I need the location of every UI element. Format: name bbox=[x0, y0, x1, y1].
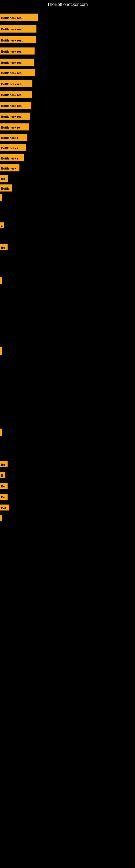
bar-item: Bot bbox=[0, 504, 9, 510]
bar-item: Bottleneck bbox=[0, 164, 19, 172]
bar-item: Bottleneck res bbox=[0, 59, 34, 66]
bar-item bbox=[0, 277, 2, 284]
bar-label: Bo bbox=[0, 461, 8, 467]
bar-item: Bo bbox=[0, 483, 8, 489]
bar-item bbox=[0, 347, 2, 355]
bar-line bbox=[0, 194, 2, 201]
bar-item bbox=[0, 429, 2, 436]
bar-item: c bbox=[0, 222, 4, 228]
bar-item: Bottleneck resu bbox=[0, 25, 37, 33]
bar-label: Bottleneck res bbox=[0, 69, 35, 76]
bar-item: Bottleneck resu bbox=[0, 13, 38, 21]
bar-item: Bottleneck res bbox=[0, 102, 31, 109]
bar-line bbox=[0, 347, 2, 355]
bar-item: Bottleneck res bbox=[0, 69, 35, 76]
bar-item: Bottleneck res bbox=[0, 80, 32, 87]
bar-label: Bottleneck resu bbox=[0, 25, 37, 33]
bar-label: B bbox=[0, 472, 5, 478]
bar-line bbox=[0, 429, 2, 436]
bar-item: Bo bbox=[0, 244, 8, 250]
bar-label: Bottleneck res bbox=[0, 102, 31, 109]
bar-label: Bottleneck res bbox=[0, 80, 32, 87]
bar-line bbox=[0, 516, 2, 521]
bar-label: Bottleneck res bbox=[0, 59, 34, 66]
bar-label: Bottleneck bbox=[0, 164, 19, 172]
bar-item: Bottleneck r bbox=[0, 134, 27, 141]
bar-label: Bottleneck resu bbox=[0, 36, 36, 43]
bar-label: Bo bbox=[0, 244, 8, 250]
bar-label: Bottle bbox=[0, 184, 12, 191]
bar-label: Bottleneck r bbox=[0, 154, 24, 161]
bar-label: Bottleneck resu bbox=[0, 13, 38, 21]
bar-label: Bottleneck res bbox=[0, 91, 32, 98]
bar-item: Bottleneck resu bbox=[0, 36, 36, 43]
bar-item: Bo bbox=[0, 461, 8, 467]
bar-label: Bot bbox=[0, 504, 9, 510]
bar-item: B bbox=[0, 472, 5, 478]
bar-item: Bottleneck re bbox=[0, 123, 29, 130]
bar-line bbox=[0, 277, 2, 284]
bar-label: Bo bbox=[0, 175, 8, 182]
bar-item bbox=[0, 194, 2, 201]
bar-label: c bbox=[0, 222, 4, 228]
bar-label: Bo bbox=[0, 483, 8, 489]
bar-item: Bottleneck res bbox=[0, 91, 32, 98]
bar-item: Bottleneck r bbox=[0, 144, 26, 151]
bar-label: Bottleneck res bbox=[0, 48, 35, 55]
bar-item: Bottleneck r bbox=[0, 154, 24, 161]
bar-item: Bottle bbox=[0, 184, 12, 191]
bar-item: Bo bbox=[0, 494, 8, 500]
bar-label: Bottleneck r bbox=[0, 144, 26, 151]
bar-item: Bo bbox=[0, 175, 8, 182]
chart-container: Bottleneck resuBottleneck resuBottleneck… bbox=[0, 5, 135, 868]
bar-label: Bottleneck res bbox=[0, 113, 30, 120]
bar-item: Bottleneck res bbox=[0, 113, 30, 120]
bar-label: Bottleneck r bbox=[0, 134, 27, 141]
bar-item bbox=[0, 516, 2, 521]
bar-item: Bottleneck res bbox=[0, 48, 35, 55]
bar-label: Bo bbox=[0, 494, 8, 500]
bar-label: Bottleneck re bbox=[0, 123, 29, 130]
